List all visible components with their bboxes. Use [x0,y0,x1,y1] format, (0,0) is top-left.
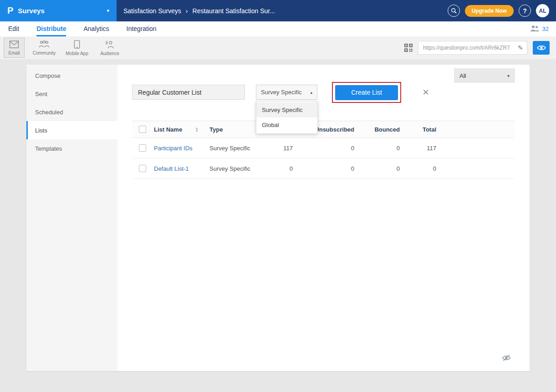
list-name-link[interactable]: Default List-1 [154,165,189,172]
share-url-group: ✎ [404,41,552,55]
lists-panel: All ▾ Survey Specific ▴ Create List ✕ Su… [117,65,530,371]
list-type-dropdown[interactable]: Survey Specific ▴ [256,85,317,100]
svg-text:$: $ [106,40,108,45]
responses-counter[interactable]: 32 [530,21,549,36]
annotation-highlight-box: Create List [332,82,401,103]
tab-analytics[interactable]: Analytics [83,21,109,36]
top-bar-main: Satisfaction Surveys › Restaurant Satisf… [117,0,556,21]
qr-code-icon[interactable] [404,44,413,52]
channel-community[interactable]: Community [31,38,57,58]
people-icon [530,25,539,33]
tab-edit[interactable]: Edit [8,21,19,36]
eye-off-icon[interactable] [502,354,511,361]
edit-url-icon[interactable]: ✎ [514,44,527,51]
table-row: Participant IDs Survey Specific 117 0 0 … [132,138,515,158]
app-name: Surveys [18,7,44,15]
channel-label: Community [33,51,56,56]
tab-integration[interactable]: Integration [127,21,157,36]
lists-table: List Name▴▾ Type Unsubscribed Bounced To… [132,121,515,179]
col-header-list-name[interactable]: List Name [154,126,182,133]
table-header-row: List Name▴▾ Type Unsubscribed Bounced To… [132,121,515,138]
chevron-up-icon: ▴ [310,90,312,95]
sidebar-item-sent[interactable]: Sent [26,85,117,103]
breadcrumb: Satisfaction Surveys › Restaurant Satisf… [123,7,275,15]
nav-tabs: Edit Distribute Analytics Integration 32 [0,21,556,36]
top-bar: P Surveys ▾ Satisfaction Surveys › Resta… [0,0,556,21]
questionpro-logo: P [7,5,13,16]
mobile-icon [74,40,80,50]
avatar[interactable]: AL [536,4,549,17]
breadcrumb-survey[interactable]: Restaurant Satisfaction Sur... [193,7,275,15]
sidebar-item-scheduled[interactable]: Scheduled [26,103,117,121]
bounced-count-cell: 0 [360,158,405,179]
col-header-type: Type [209,121,257,138]
row-checkbox[interactable] [139,144,146,152]
channel-email[interactable]: Email [4,38,25,58]
email-icon [9,41,19,49]
audience-icon: $ [104,40,115,50]
breadcrumb-separator-icon: › [186,7,188,15]
select-all-checkbox[interactable] [139,126,146,133]
top-bar-actions: Upgrade Now ? AL [448,4,549,17]
sort-icon[interactable]: ▴▾ [196,127,198,132]
product-switcher[interactable]: P Surveys ▾ [0,0,117,21]
unsubscribed-count-cell: 0 [298,138,360,158]
list-type-value: Survey Specific [261,89,302,96]
bounced-count-cell: 0 [360,138,405,158]
channel-label: Email [8,51,20,56]
survey-url-box: ✎ [418,41,527,55]
channel-mobile-app[interactable]: Mobile App [64,38,90,58]
list-name-input[interactable] [132,85,245,100]
create-list-button[interactable]: Create List [335,85,398,100]
breadcrumb-folder[interactable]: Satisfaction Surveys [123,7,181,15]
list-type-cell: Survey Specific [209,138,257,158]
sidebar-item-templates[interactable]: Templates [26,139,117,158]
active-count-cell[interactable]: 117 [257,138,298,158]
responses-count: 32 [542,25,549,32]
filter-value: All [459,72,466,79]
help-icon[interactable]: ? [519,5,531,17]
filter-all-dropdown[interactable]: All ▾ [454,68,515,83]
upgrade-now-button[interactable]: Upgrade Now [465,5,514,17]
chevron-down-icon[interactable]: ▾ [107,8,109,14]
search-icon[interactable] [448,5,460,17]
channel-audience[interactable]: $ Audience [97,38,123,58]
row-checkbox[interactable] [139,165,146,172]
table-row: Default List-1 Survey Specific 0 0 0 0 [132,158,515,179]
tab-distribute[interactable]: Distribute [36,21,66,36]
menu-option-global[interactable]: Global [256,117,317,132]
sidebar-item-lists[interactable]: Lists [26,121,117,139]
list-name-link[interactable]: Participant IDs [154,145,193,152]
list-type-menu: Survey Specific Global [256,101,318,134]
distribute-sidebar: Compose Sent Scheduled Lists Templates [26,65,117,371]
preview-button[interactable] [533,41,550,55]
unsubscribed-count-cell: 0 [298,158,360,179]
channel-label: Audience [100,51,119,56]
col-header-bounced: Bounced [360,121,405,138]
sidebar-item-compose[interactable]: Compose [26,66,117,85]
total-count-cell[interactable]: 117 [405,138,442,158]
survey-url-input[interactable] [418,45,514,51]
community-icon [39,40,50,49]
content-card: Compose Sent Scheduled Lists Templates A… [26,65,530,371]
list-type-cell: Survey Specific [209,158,257,179]
menu-option-survey-specific[interactable]: Survey Specific [256,102,317,117]
active-count-cell: 0 [257,158,298,179]
page-background: Compose Sent Scheduled Lists Templates A… [0,59,556,371]
channel-label: Mobile App [66,51,88,56]
chevron-down-icon: ▾ [507,73,510,78]
col-header-total: Total [405,121,442,138]
close-icon[interactable]: ✕ [419,85,433,100]
distribute-toolbar: Email Community Mobile App $ Audience ✎ [0,36,556,59]
total-count-cell: 0 [405,158,442,179]
